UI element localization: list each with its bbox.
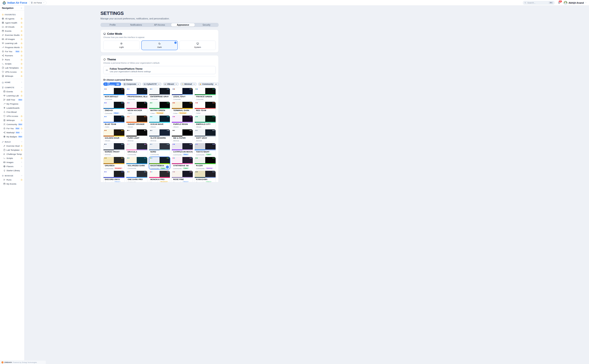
- tab[interactable]: API Access: [148, 23, 171, 26]
- sidebar-item[interactable]: Lab Templates: [1, 148, 23, 152]
- theme-card[interactable]: FINANCE GREEN Corporate: [194, 88, 216, 100]
- theme-card[interactable]: RAZER Community Gaming: [194, 157, 216, 169]
- theme-card[interactable]: NEON HACKER Cyber: [126, 102, 148, 114]
- favorite-star-icon[interactable]: [20, 38, 23, 40]
- theme-card[interactable]: BLUE TEAM Cyber: [103, 115, 125, 128]
- theme-card[interactable]: SOFT GRAY Minimal: [194, 129, 216, 142]
- theme-card[interactable]: ENTERPRISE GRAY Corporate: [149, 88, 170, 100]
- tab[interactable]: Profile: [101, 23, 124, 26]
- sidebar-navigation-header[interactable]: Navigation: [0, 6, 24, 11]
- tab[interactable]: Notifications: [124, 23, 148, 26]
- theme-filter-chip[interactable]: Corporate 6: [122, 82, 141, 86]
- sidebar-item[interactable]: For You New: [1, 126, 23, 130]
- theme-card[interactable]: SOLARIZED DARK Community: [126, 157, 148, 169]
- sidebar-item[interactable]: My Progress: [1, 102, 23, 106]
- theme-card[interactable]: DISCORD ONYX Community Glass: [103, 171, 125, 182]
- favorite-star-icon[interactable]: [20, 55, 23, 57]
- sidebar-item[interactable]: Lab Templates: [1, 66, 23, 70]
- sidebar-item[interactable]: Leaderboards: [1, 106, 23, 110]
- theme-card[interactable]: DRACULA Community: [126, 143, 148, 156]
- sidebar-item[interactable]: FAVORITES: [1, 13, 23, 17]
- sidebar-item[interactable]: HOME: [1, 80, 23, 84]
- sidebar-item[interactable]: Marketplace New: [1, 130, 23, 135]
- theme-card[interactable]: NORDIC FROST Minimal: [103, 143, 125, 156]
- favorite-star-icon[interactable]: [20, 91, 23, 93]
- theme-filter-chip[interactable]: Minimal 5: [180, 82, 197, 86]
- theme-card[interactable]: ROSE PINE Community Glass: [172, 171, 193, 182]
- favorite-star-icon[interactable]: [20, 149, 23, 151]
- sidebar-item[interactable]: All Clouds: [1, 25, 23, 29]
- favorite-star-icon[interactable]: [20, 46, 23, 49]
- theme-card[interactable]: GRUVBOX Community Brutalist: [103, 157, 125, 169]
- sidebar-item[interactable]: Runners: [1, 53, 23, 58]
- theme-card[interactable]: NORD Community: [149, 143, 170, 156]
- sidebar-item[interactable]: For You New: [1, 49, 23, 53]
- theme-filter-chip[interactable]: All Themes 41: [103, 82, 121, 86]
- favorite-star-icon[interactable]: [20, 119, 23, 121]
- favorite-star-icon[interactable]: [20, 67, 23, 69]
- sidebar-item[interactable]: Scripts: [1, 62, 23, 66]
- sidebar-item[interactable]: Skill Tree New: [1, 98, 23, 102]
- favorite-star-icon[interactable]: [20, 51, 23, 53]
- sidebar-item[interactable]: BUILD: [1, 140, 23, 144]
- theme-card[interactable]: PURPLE REIGN Vibrant: [172, 115, 193, 128]
- theme-card[interactable]: HACKTHEBOX Community Cyber: [149, 157, 170, 169]
- favorite-star-icon[interactable]: [20, 30, 23, 32]
- favorite-star-icon[interactable]: [20, 157, 23, 159]
- sidebar-item[interactable]: First Blood: [1, 110, 23, 114]
- favorite-star-icon[interactable]: [20, 26, 23, 28]
- sidebar-item[interactable]: Learning Lab: [1, 41, 23, 45]
- theme-card[interactable]: GOLDEN HOUR Vibrant: [103, 129, 125, 142]
- theme-filter-chip[interactable]: Vibrant 5: [163, 82, 179, 86]
- sidebar-item[interactable]: Challenge Templ...: [1, 152, 23, 156]
- sidebar-item[interactable]: MANAGE: [1, 174, 23, 178]
- follow-tenant-theme-option[interactable]: Follow Tenant/Platform Theme Use your or…: [103, 66, 216, 74]
- theme-filter-chip[interactable]: Cyber/CTF 5: [142, 82, 162, 86]
- sidebar-item[interactable]: Agent Health: [1, 21, 23, 25]
- favorite-star-icon[interactable]: [20, 59, 23, 61]
- favorite-star-icon[interactable]: [20, 22, 23, 24]
- color-mode-option[interactable]: Light: [103, 40, 140, 50]
- sidebar-item[interactable]: Writeups: [1, 118, 23, 122]
- sidebar-item[interactable]: VPN Access: [1, 70, 23, 74]
- sidebar-item[interactable]: [1, 79, 23, 79]
- theme-card[interactable]: PURE LIGHT Minimal: [126, 129, 148, 142]
- favorite-star-icon[interactable]: [20, 75, 23, 77]
- color-mode-option[interactable]: Dark: [142, 40, 178, 50]
- favorite-star-icon[interactable]: [20, 63, 23, 65]
- theme-card[interactable]: NCR DEFAULT Corporate: [103, 88, 125, 100]
- sidebar-item[interactable]: Learning Lab: [1, 94, 23, 98]
- theme-card[interactable]: OCEAN WAVE Vibrant: [149, 115, 170, 128]
- tab[interactable]: Security: [195, 23, 218, 26]
- tenant-selector[interactable]: Air Force: [29, 1, 47, 5]
- favorite-star-icon[interactable]: [20, 145, 23, 147]
- sidebar-item[interactable]: VPN Access: [1, 114, 23, 118]
- sidebar-item[interactable]: Images: [1, 160, 23, 164]
- favorite-star-icon[interactable]: [20, 42, 23, 45]
- sidebar-item[interactable]: COMPETE: [1, 85, 23, 90]
- sidebar-item[interactable]: Starter Library: [1, 169, 23, 173]
- sidebar-item[interactable]: Events: [1, 90, 23, 94]
- theme-card[interactable]: EMERALD CITY Vibrant: [194, 115, 216, 128]
- favorite-star-icon[interactable]: [20, 18, 23, 20]
- theme-card[interactable]: MONOKAI PRO Community Terminal: [149, 171, 170, 182]
- sidebar-item[interactable]: Flavors: [1, 164, 23, 169]
- sidebar-item[interactable]: Progress Monitor: [1, 45, 23, 49]
- sidebar-item[interactable]: All Images: [1, 37, 23, 41]
- favorite-star-icon[interactable]: [20, 34, 23, 36]
- theme-card[interactable]: ZINDAGI Corporate Glass: [103, 102, 125, 114]
- color-mode-option[interactable]: System: [179, 40, 216, 50]
- favorite-star-icon[interactable]: [20, 179, 23, 181]
- brand[interactable]: Indian Air Force: [2, 1, 27, 5]
- theme-card[interactable]: MATRIX GREEN Cyber Terminal: [149, 102, 170, 114]
- theme-card[interactable]: SUNSET ORANGE Vibrant: [126, 115, 148, 128]
- theme-filter-chip[interactable]: Community 20: [198, 82, 219, 86]
- theme-card[interactable]: PROFESSIONAL BLUE Corporate: [126, 88, 148, 100]
- favorite-star-icon[interactable]: [20, 95, 23, 97]
- theme-card[interactable]: RED TEAM Cyber: [194, 102, 216, 114]
- sidebar-item[interactable]: Scripts: [1, 156, 23, 160]
- theme-card[interactable]: TOKYO NIGHT Community Cyber: [194, 143, 216, 156]
- sidebar-item[interactable]: My Badges New: [1, 135, 23, 139]
- theme-card[interactable]: LEGAL NAVY Corporate: [172, 88, 193, 100]
- theme-card[interactable]: SLATE MODERN Minimal: [149, 129, 170, 142]
